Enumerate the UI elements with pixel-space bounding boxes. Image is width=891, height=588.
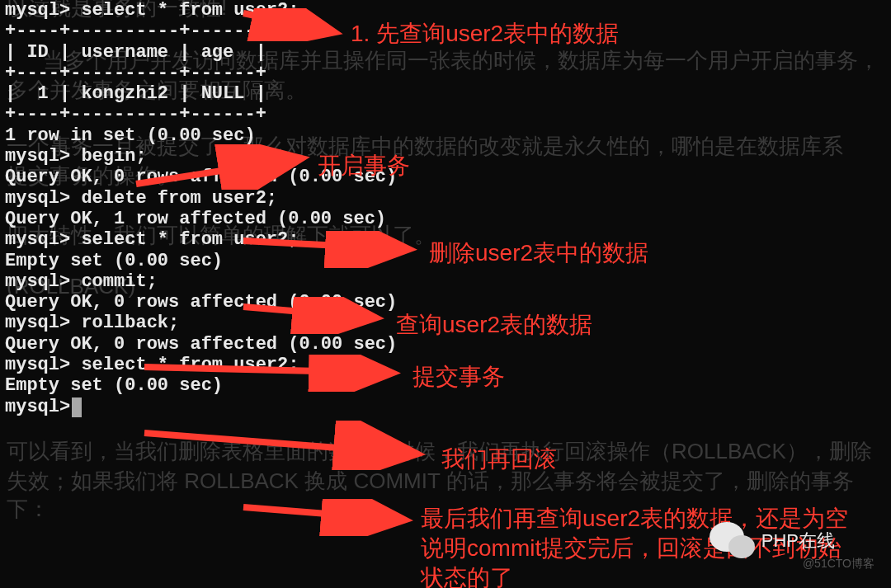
terminal-line: +----+----------+------+ (5, 63, 886, 83)
svg-line-0 (243, 13, 330, 31)
arrow-icon (140, 421, 429, 470)
watermark: @51CTO博客 (803, 557, 874, 572)
bg-text: 下： (7, 495, 50, 524)
arrow-icon (239, 8, 346, 41)
terminal-line: 1 row in set (0.00 sec) (5, 125, 886, 146)
wechat-badge: PHP在线 (710, 522, 835, 560)
annotation-label: 1. 先查询user2表中的数据 (351, 18, 619, 49)
annotation-label: 查询user2表的数据 (396, 309, 592, 341)
annotation-label: 开启事务 (318, 150, 410, 181)
terminal-line-prompt[interactable]: mysql> (5, 397, 886, 417)
svg-line-2 (243, 241, 404, 249)
svg-line-1 (136, 159, 297, 184)
terminal-line: mysql> commit; (5, 271, 886, 292)
svg-line-4 (144, 367, 388, 373)
wechat-icon (710, 522, 755, 560)
annotation-label: 状态的了 (421, 564, 513, 588)
annotation-label: 我们再回滚 (441, 444, 557, 475)
arrow-icon (132, 144, 314, 190)
terminal-line: | 1 | kongzhi2 | NULL | (5, 83, 886, 104)
terminal-line: +----+----------+------+ (5, 104, 886, 125)
annotation-label: 提交事务 (412, 361, 505, 393)
bg-text: 失效；如果我们将 ROLLBACK 换成 COMMIT 的话，那么事务将会被提交… (7, 467, 854, 496)
svg-line-3 (243, 307, 371, 318)
bg-text: 可以看到，当我们删除表格里面的数据的时候，我们再执行回滚操作（ROLLBACK）… (7, 437, 872, 466)
terminal-line: Query OK, 1 row affected (0.00 sec) (5, 209, 886, 229)
terminal-output: mysql> select * from user2; +----+------… (0, 0, 891, 417)
arrow-icon (140, 355, 404, 392)
arrow-icon (239, 297, 388, 334)
arrow-icon (239, 499, 417, 536)
arrow-icon (239, 231, 421, 268)
annotation-label: 删除user2表中的数据 (429, 238, 648, 269)
wechat-label: PHP在线 (761, 529, 835, 553)
svg-line-6 (243, 507, 400, 520)
svg-line-5 (144, 433, 412, 454)
terminal-line: mysql> delete from user2; (5, 188, 886, 209)
cursor-icon (72, 397, 82, 417)
